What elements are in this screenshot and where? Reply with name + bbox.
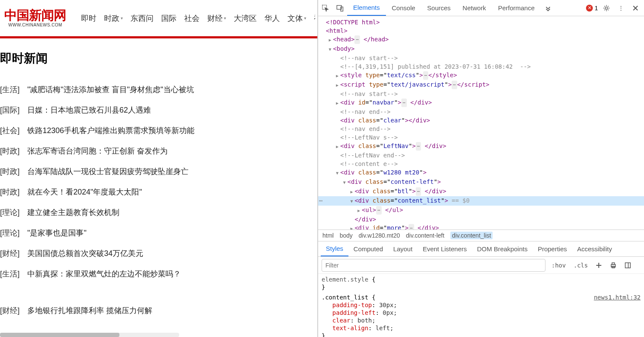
list-item[interactable]: [时政]台海军陆战队一现役士官疑因疲劳驾驶坠崖身亡 <box>0 161 317 182</box>
dom-node[interactable]: <html> <box>318 26 644 35</box>
subtab[interactable]: Layout <box>388 242 418 256</box>
breadcrumb-item[interactable]: div.content_list <box>450 232 493 239</box>
devtools-tab[interactable]: Sources <box>421 0 457 15</box>
list-item[interactable]: [理论]建立健全主题教育长效机制 <box>0 202 317 223</box>
devtools-tab[interactable]: Elements <box>347 0 386 16</box>
kebab-menu-icon[interactable]: ⋮ <box>615 2 627 14</box>
print-icon[interactable] <box>608 260 618 270</box>
list-item[interactable]: [生活]"减肥话梅"违法添加被查 盲目"身材焦虑"当心被坑 <box>0 79 317 100</box>
devtools-tab[interactable]: Network <box>457 0 492 15</box>
nav-item[interactable]: 文体▾ <box>287 13 306 23</box>
dom-node[interactable]: <!--nav end--> <box>318 125 644 133</box>
css-declaration[interactable]: text-align: left; <box>322 324 641 332</box>
list-item[interactable]: [国际]日媒：日本地震已致石川县62人遇难 <box>0 100 317 120</box>
hov-toggle[interactable]: :hov <box>550 261 568 270</box>
devtools-tab[interactable]: Console <box>386 0 421 15</box>
chevron-down-icon: ▾ <box>304 16 306 20</box>
error-count: 1 <box>595 5 598 12</box>
dom-node[interactable]: <div class="LeftNav">⋯ </div> <box>318 142 644 151</box>
dom-node[interactable]: <div class="clear"></div> <box>318 116 644 125</box>
breadcrumb-item[interactable]: div.content-left <box>406 232 444 239</box>
dom-node[interactable]: <!DOCTYPE html> <box>318 18 644 26</box>
computed-sidebar-icon[interactable] <box>623 260 633 270</box>
dom-node[interactable]: <!--LeftNav s--> <box>318 133 644 142</box>
dom-node[interactable]: <div id="more">⋯ </div> <box>318 224 644 230</box>
dom-node[interactable]: <!--[4,319,151] published at 2023-07-31 … <box>318 62 644 71</box>
styles-pane[interactable]: element.style { } news1.html:32 .content… <box>318 274 644 337</box>
breadcrumb-item[interactable]: div.w1280.mt20 <box>359 232 400 239</box>
dom-node[interactable]: ⋯ <div class="content_list"> == $0 <box>318 196 644 206</box>
subtab[interactable]: DOM Breakpoints <box>472 242 533 256</box>
devtools-tab[interactable]: Performance <box>492 0 541 15</box>
more-tabs-icon[interactable] <box>541 1 555 15</box>
dom-node[interactable]: <div id="navbar">⋯ </div> <box>318 98 644 107</box>
svg-rect-5 <box>612 263 615 264</box>
cls-toggle[interactable]: .cls <box>572 261 590 270</box>
nav-item[interactable]: 财经▾ <box>207 13 226 23</box>
news-category: [生活] <box>0 269 20 279</box>
subtab[interactable]: Accessibility <box>572 242 617 256</box>
dom-node[interactable]: <div class="w1280 mt20"> <box>318 168 644 177</box>
dom-node[interactable]: <!--LeftNav end--> <box>318 151 644 160</box>
dom-node[interactable]: <body> <box>318 44 644 54</box>
inspect-icon[interactable] <box>318 1 333 15</box>
dom-node[interactable]: <head>⋯ </head> <box>318 35 644 44</box>
nav-item[interactable]: 国际 <box>161 13 177 23</box>
news-title: "减肥话梅"违法添加被查 盲目"身材焦虑"当心被坑 <box>27 84 194 95</box>
rule-selector: .content_list <box>322 294 368 301</box>
page-title: 即时新闻 <box>0 38 317 79</box>
nav-item[interactable]: 即时 <box>81 13 96 23</box>
logo-text-en: WWW.CHINANEWS.COM <box>9 23 62 27</box>
dom-node[interactable]: </div> <box>318 215 644 224</box>
breadcrumb-item[interactable]: body <box>339 232 352 239</box>
horizontal-scrollbar[interactable] <box>0 333 179 337</box>
subtab[interactable]: Styles <box>321 241 348 256</box>
list-item[interactable]: [财经]多地银行扎堆跟降利率 揽储压力何解 <box>0 300 317 321</box>
nav-item[interactable]: 华人 <box>264 13 280 23</box>
news-category: [财经] <box>0 248 20 259</box>
dom-tree[interactable]: <!DOCTYPE html><html> <head>⋯ </head> <b… <box>318 16 644 230</box>
device-toggle-icon[interactable] <box>333 1 347 15</box>
dom-node[interactable]: <!--nav end--> <box>318 107 644 116</box>
source-link[interactable]: news1.html:32 <box>594 293 641 301</box>
news-title: 就在今天！看2024"年度最大太阳" <box>27 187 142 197</box>
list-item[interactable]: [理论]"是家事也是国事" <box>0 223 317 243</box>
site-logo[interactable]: 中国新闻网 WWW.CHINANEWS.COM <box>0 6 70 30</box>
css-declaration[interactable]: padding-left: 0px; <box>322 309 641 317</box>
nav-item[interactable]: 视 <box>314 13 315 23</box>
list-item[interactable]: [生活]中新真探：家里双燃气灶的左边不能炒菜吗？ <box>0 264 317 284</box>
dom-node[interactable]: <div class="btl">⋯ </div> <box>318 187 644 196</box>
breadcrumb-item[interactable]: html <box>322 232 334 239</box>
dom-node[interactable]: <ul>⋯ </ul> <box>318 206 644 215</box>
svg-point-3 <box>605 7 607 9</box>
css-declaration[interactable]: padding-top: 30px; <box>322 301 641 309</box>
dom-node[interactable]: <!--nav start--> <box>318 54 644 62</box>
news-category: [生活] <box>0 84 20 95</box>
subtab[interactable]: Event Listeners <box>418 242 472 256</box>
nav-item[interactable]: 时政▾ <box>104 13 123 23</box>
new-rule-icon[interactable] <box>594 260 604 270</box>
dom-node[interactable]: <style type="text/css">⋯</style> <box>318 71 644 80</box>
list-item[interactable]: [财经]美国国债总额首次突破34万亿美元 <box>0 243 317 264</box>
subtab[interactable]: Computed <box>348 242 388 256</box>
news-title: 美国国债总额首次突破34万亿美元 <box>27 248 143 259</box>
subtab[interactable]: Properties <box>533 242 572 256</box>
list-item[interactable]: [社会]铁路12306手机客户端推出购票需求预填等新功能 <box>0 120 317 141</box>
css-declaration[interactable]: clear: both; <box>322 317 641 324</box>
dom-node[interactable]: <!--content e--> <box>318 160 644 168</box>
devtools-toolbar: ElementsConsoleSourcesNetworkPerformance… <box>318 0 644 16</box>
settings-icon[interactable] <box>600 2 612 14</box>
dom-node[interactable]: <div class="content-left"> <box>318 177 644 187</box>
error-badge[interactable]: ✕ 1 <box>586 5 598 12</box>
list-item[interactable]: [时政]张志军寄语台湾同胞：守正创新 奋发作为 <box>0 141 317 161</box>
list-item[interactable]: [时政]就在今天！看2024"年度最大太阳" <box>0 182 317 202</box>
nav-item[interactable]: 东西问 <box>131 13 154 23</box>
news-title: 多地银行扎堆跟降利率 揽储压力何解 <box>27 305 152 316</box>
dom-node[interactable]: <!--nav start--> <box>318 90 644 98</box>
news-category: [财经] <box>0 305 20 316</box>
close-icon[interactable] <box>629 2 641 14</box>
filter-input[interactable] <box>322 259 545 272</box>
nav-item[interactable]: 社会 <box>184 13 200 23</box>
nav-item[interactable]: 大湾区 <box>234 13 257 23</box>
dom-node[interactable]: <script type="text/javascript">⋯</script… <box>318 80 644 90</box>
